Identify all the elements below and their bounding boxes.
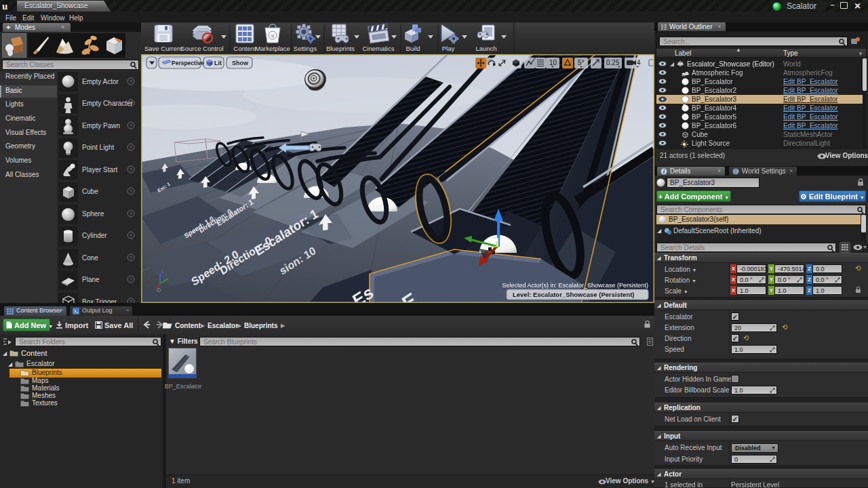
svg-text:Level: Escalator_Showcase (Pe: Level: Escalator_Showcase (Persistent) xyxy=(513,291,635,298)
svg-text:?: ? xyxy=(130,189,132,194)
svg-text:5°: 5° xyxy=(578,59,585,66)
svg-text:?: ? xyxy=(130,256,132,260)
svg-text:Plane: Plane xyxy=(82,276,100,283)
svg-text:?: ? xyxy=(130,145,132,150)
svg-text:?: ? xyxy=(130,79,132,84)
svg-text:Selected Actor(s) in: Escalat: Selected Actor(s) in: Escalator_Showcase… xyxy=(502,282,648,289)
svg-text:u: u xyxy=(271,33,274,39)
svg-text:Cylinder: Cylinder xyxy=(82,232,107,239)
svg-text:Point Light: Point Light xyxy=(82,144,114,151)
svg-text:Show: Show xyxy=(232,60,249,66)
svg-text:?: ? xyxy=(130,123,132,128)
svg-text:Cube: Cube xyxy=(82,188,98,195)
svg-text:Player Start: Player Start xyxy=(82,166,117,174)
svg-text:Source Control: Source Control xyxy=(180,45,223,52)
svg-text:Build: Build xyxy=(406,45,420,52)
svg-text:0.25: 0.25 xyxy=(606,59,620,66)
svg-text:Settings: Settings xyxy=(294,45,317,52)
svg-text:Play: Play xyxy=(442,45,455,52)
svg-text:Blueprints: Blueprints xyxy=(326,45,355,52)
svg-text:Marketplace: Marketplace xyxy=(255,45,290,52)
svg-text:4: 4 xyxy=(637,59,641,66)
svg-text:?: ? xyxy=(130,233,132,238)
svg-text:Lit: Lit xyxy=(214,60,222,66)
svg-text:Cinematics: Cinematics xyxy=(363,45,395,52)
svg-text:?: ? xyxy=(130,277,132,282)
svg-text:Empty Actor: Empty Actor xyxy=(82,78,119,85)
svg-text:10: 10 xyxy=(549,59,557,66)
svg-text:Save Current: Save Current xyxy=(144,45,182,52)
svg-text:Content: Content xyxy=(233,45,256,52)
svg-text:Perspective: Perspective xyxy=(172,60,204,66)
svg-text:?: ? xyxy=(130,167,132,172)
svg-text:z: z xyxy=(161,269,164,274)
svg-text:Launch: Launch xyxy=(475,45,496,52)
svg-text:?: ? xyxy=(130,211,132,216)
svg-text:Empty Pawn: Empty Pawn xyxy=(82,122,120,129)
svg-text:Empty Character: Empty Character xyxy=(82,100,134,107)
svg-text:Cone: Cone xyxy=(82,254,98,262)
svg-text:Sphere: Sphere xyxy=(82,210,104,218)
